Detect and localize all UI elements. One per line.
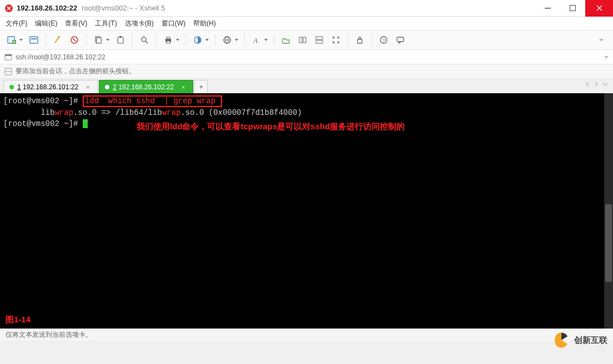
svg-rect-6	[31, 38, 37, 39]
maximize-button[interactable]	[560, 0, 585, 17]
menu-edit[interactable]: 编辑(E)	[35, 19, 57, 28]
svg-rect-11	[118, 37, 123, 43]
svg-rect-24	[316, 41, 323, 43]
title-bar: 192.168.26.102:22 root@vms002:~ - Xshell…	[0, 0, 613, 17]
help-button[interactable]: ?	[376, 33, 391, 47]
svg-rect-5	[30, 37, 38, 43]
address-bar: ssh://root@192.168.26.102:22	[0, 50, 613, 64]
status-dot-icon	[9, 85, 14, 89]
info-add-icon[interactable]	[4, 68, 12, 75]
paste-button[interactable]	[113, 33, 128, 47]
watermark-text: 创新互联	[574, 335, 607, 346]
toolbar-overflow-button[interactable]	[594, 33, 609, 47]
menu-window[interactable]: 窗口(W)	[162, 19, 185, 28]
window-title-main: 192.168.26.102:22	[17, 4, 77, 12]
tab-nav-next-icon[interactable]	[593, 81, 600, 88]
tab-label: 2 192.168.26.102:22	[113, 83, 174, 91]
menu-bar: 文件(F) 编辑(E) 查看(V) 工具(T) 选项卡(B) 窗口(W) 帮助(…	[0, 17, 613, 30]
svg-rect-2	[570, 6, 576, 11]
copy-button[interactable]	[91, 33, 105, 47]
menu-view[interactable]: 查看(V)	[65, 19, 87, 28]
menu-help[interactable]: 帮助(H)	[193, 19, 216, 28]
feedback-button[interactable]	[393, 33, 408, 47]
status-bar: 仅将文本发送到当前选项卡。	[0, 328, 613, 341]
tab-nav-menu-icon[interactable]	[602, 81, 609, 88]
terminal-cursor	[83, 119, 88, 128]
toolbar: A ?	[0, 30, 613, 50]
menu-tabs[interactable]: 选项卡(B)	[125, 19, 154, 28]
menu-tools[interactable]: 工具(T)	[95, 19, 117, 28]
svg-rect-23	[316, 37, 323, 39]
status-dot-icon	[105, 85, 109, 89]
svg-rect-25	[358, 39, 362, 43]
tab-add-button[interactable]: +	[194, 80, 208, 93]
print-button[interactable]	[161, 33, 175, 47]
terminal-prompt: [root@vms002 ~]#	[3, 119, 83, 128]
close-button[interactable]	[585, 0, 613, 17]
encoding-button[interactable]	[220, 33, 234, 47]
address-icon	[4, 53, 12, 61]
tab-close-icon[interactable]: ×	[179, 83, 187, 91]
new-session-button[interactable]	[4, 33, 19, 47]
xftp-button[interactable]	[279, 33, 293, 47]
svg-rect-30	[5, 54, 12, 56]
tab-nav-arrows	[584, 81, 609, 88]
fullscreen-button[interactable]	[329, 33, 343, 47]
svg-point-7	[58, 36, 60, 38]
address-dropdown-icon[interactable]	[604, 55, 609, 59]
tab-bar: 1 192.168.26.101:22 × 2 192.168.26.102:2…	[0, 79, 613, 93]
color-scheme-button[interactable]	[190, 33, 205, 47]
reconnect-button[interactable]	[51, 33, 65, 47]
svg-text:?: ?	[383, 38, 385, 43]
terminal[interactable]: [root@vms002 ~]# ldd `which sshd` | grep…	[0, 93, 613, 328]
lock-button[interactable]	[353, 33, 367, 47]
address-text[interactable]: ssh://root@192.168.26.102:22	[16, 53, 601, 61]
tab-session-2[interactable]: 2 192.168.26.102:22 ×	[99, 80, 193, 93]
svg-rect-15	[167, 37, 170, 39]
svg-rect-22	[303, 37, 306, 43]
info-text: 要添加当前会话，点击左侧的箭头按钮。	[16, 67, 135, 76]
svg-rect-1	[545, 8, 551, 9]
svg-text:A: A	[253, 36, 258, 44]
minimize-button[interactable]	[535, 0, 560, 17]
annotation-text: 我们使用ldd命令，可以查看tcpwraps是可以对sshd服务进行访问控制的	[137, 121, 405, 132]
svg-rect-28	[397, 37, 404, 42]
app-icon	[4, 4, 13, 13]
disconnect-button[interactable]	[67, 33, 82, 47]
svg-rect-12	[119, 36, 122, 38]
watermark-icon	[552, 331, 571, 350]
font-button[interactable]: A	[249, 33, 264, 47]
info-bar: 要添加当前会话，点击左侧的箭头按钮。	[0, 64, 613, 79]
open-session-button[interactable]	[27, 33, 41, 47]
svg-rect-21	[299, 37, 302, 43]
figure-label: 图1-14	[6, 314, 31, 325]
svg-rect-10	[97, 38, 101, 43]
svg-point-13	[142, 37, 146, 42]
status-text: 仅将文本发送到当前选项卡。	[6, 330, 92, 340]
tab-close-icon[interactable]: ×	[84, 83, 92, 91]
tile-vert-button[interactable]	[312, 33, 326, 47]
find-button[interactable]	[137, 33, 152, 47]
scrollbar-thumb[interactable]	[605, 204, 612, 282]
watermark: 创新互联	[552, 331, 607, 350]
tab-label: 1 192.168.26.101:22	[17, 83, 78, 91]
svg-rect-16	[167, 41, 170, 43]
terminal-scrollbar[interactable]	[604, 93, 613, 328]
terminal-command-highlighted: ldd `which sshd` | grep wrap	[83, 95, 223, 107]
terminal-prompt: [root@vms002 ~]#	[3, 97, 83, 105]
tab-nav-prev-icon[interactable]	[584, 81, 591, 88]
terminal-output-line: libwrap.so.0 => /lib64/libwrap.so.0 (0x0…	[3, 108, 302, 117]
menu-file[interactable]: 文件(F)	[6, 19, 27, 28]
window-title-sub: root@vms002:~ - Xshell 5	[82, 4, 165, 12]
tile-horiz-button[interactable]	[295, 33, 310, 47]
tab-session-1[interactable]: 1 192.168.26.101:22 ×	[3, 80, 98, 93]
